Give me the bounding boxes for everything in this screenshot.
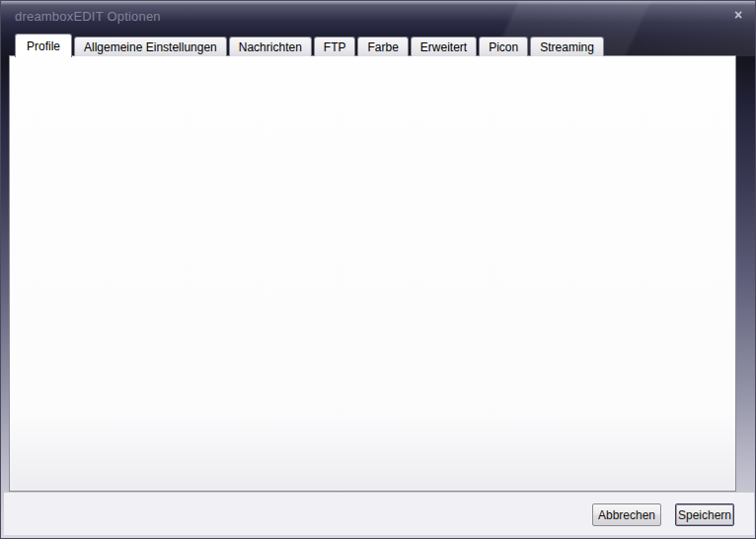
- cancel-button[interactable]: Abbrechen: [592, 503, 661, 526]
- tab-profile[interactable]: Profile: [15, 34, 72, 57]
- tab-picon[interactable]: Picon: [479, 37, 528, 56]
- options-dialog: dreamboxEDIT Optionen × Profile Allgemei…: [0, 0, 756, 539]
- tab-allgemeine-einstellungen[interactable]: Allgemeine Einstellungen: [74, 37, 227, 56]
- close-icon[interactable]: ×: [730, 7, 746, 23]
- tab-strip: Profile Allgemeine Einstellungen Nachric…: [15, 33, 606, 56]
- tab-streaming[interactable]: Streaming: [530, 37, 604, 56]
- titlebar[interactable]: dreamboxEDIT Optionen ×: [1, 1, 755, 31]
- window-title: dreamboxEDIT Optionen: [15, 9, 161, 24]
- save-button[interactable]: Speichern: [675, 503, 734, 526]
- profile-tab-page: [9, 55, 736, 492]
- tab-nachrichten[interactable]: Nachrichten: [229, 37, 312, 56]
- tab-erweitert[interactable]: Erweitert: [411, 37, 477, 56]
- tab-ftp[interactable]: FTP: [314, 37, 356, 56]
- tab-farbe[interactable]: Farbe: [357, 37, 408, 56]
